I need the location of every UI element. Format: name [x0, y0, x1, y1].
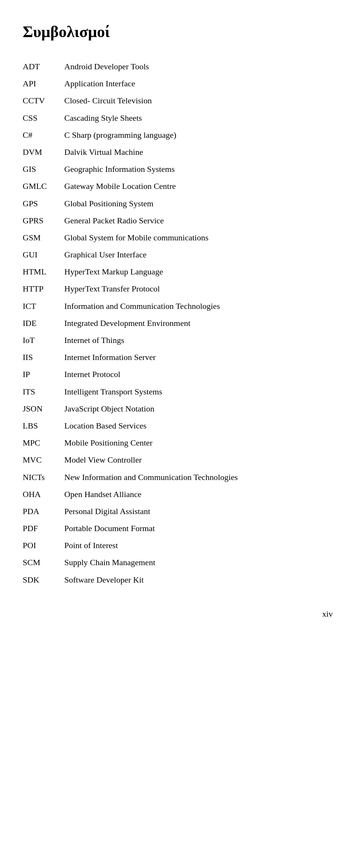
- abbreviation-row: MPCMobile Positioning Center: [23, 436, 333, 449]
- abbreviation-row: LBSLocation Based Services: [23, 419, 333, 432]
- abbreviation-code: IIS: [23, 351, 64, 364]
- abbreviation-definition: General Packet Radio Service: [64, 214, 333, 227]
- abbreviation-code: API: [23, 77, 64, 90]
- abbreviation-row: JSONJavaScript Object Notation: [23, 402, 333, 415]
- abbreviation-code: POI: [23, 539, 64, 552]
- abbreviation-row: POIPoint of Interest: [23, 539, 333, 552]
- abbreviation-row: GPSGlobal Positioning System: [23, 197, 333, 210]
- abbreviation-code: PDA: [23, 505, 64, 518]
- abbreviation-row: IISInternet Information Server: [23, 351, 333, 364]
- abbreviation-code: ITS: [23, 385, 64, 398]
- abbreviation-code: GMLC: [23, 179, 64, 193]
- abbreviation-row: GUIGraphical User Interface: [23, 248, 333, 261]
- abbreviation-row: PDFPortable Document Format: [23, 522, 333, 535]
- abbreviation-code: IDE: [23, 316, 64, 330]
- abbreviation-definition: Personal Digital Assistant: [64, 505, 333, 518]
- abbreviation-definition: Geographic Information Systems: [64, 162, 333, 176]
- abbreviation-code: CSS: [23, 111, 64, 125]
- abbreviation-row: IPInternet Protocol: [23, 368, 333, 381]
- abbreviation-row: MVCModel View Controller: [23, 453, 333, 466]
- abbreviation-code: DVM: [23, 145, 64, 159]
- abbreviation-code: HTML: [23, 265, 64, 278]
- abbreviation-code: CCTV: [23, 94, 64, 107]
- abbreviation-definition: Global Positioning System: [64, 197, 333, 210]
- abbreviation-row: HTTPHyperText Transfer Protocol: [23, 282, 333, 295]
- abbreviation-definition: Gateway Mobile Location Centre: [64, 179, 333, 193]
- abbreviation-row: IoTInternet of Things: [23, 333, 333, 347]
- abbreviation-definition: Cascading Style Sheets: [64, 111, 333, 125]
- abbreviation-code: PDF: [23, 522, 64, 535]
- abbreviation-row: GMLCGateway Mobile Location Centre: [23, 179, 333, 193]
- abbreviation-code: GPRS: [23, 214, 64, 227]
- abbreviation-code: ADT: [23, 60, 64, 73]
- abbreviation-code: MPC: [23, 436, 64, 449]
- abbreviation-code: IoT: [23, 333, 64, 347]
- abbreviation-definition: Integrated Development Environment: [64, 316, 333, 330]
- abbreviation-definition: Supply Chain Management: [64, 556, 333, 569]
- abbreviation-definition: Portable Document Format: [64, 522, 333, 535]
- abbreviation-definition: Open Handset Alliance: [64, 488, 333, 501]
- abbreviation-definition: New Information and Communication Techno…: [64, 471, 333, 484]
- abbreviation-code: GPS: [23, 197, 64, 210]
- abbreviation-definition: Location Based Services: [64, 419, 333, 432]
- abbreviation-code: GUI: [23, 248, 64, 261]
- abbreviation-definition: Graphical User Interface: [64, 248, 333, 261]
- abbreviation-definition: Internet of Things: [64, 333, 333, 347]
- abbreviation-row: C#C Sharp (programming language): [23, 128, 333, 142]
- abbreviation-code: SDK: [23, 573, 64, 586]
- abbreviation-code: GIS: [23, 162, 64, 176]
- abbreviation-definition: Mobile Positioning Center: [64, 436, 333, 449]
- abbreviation-row: OHAOpen Handset Alliance: [23, 488, 333, 501]
- abbreviation-row: SDKSoftware Developer Kit: [23, 573, 333, 586]
- abbreviation-definition: HyperText Transfer Protocol: [64, 282, 333, 295]
- abbreviation-code: HTTP: [23, 282, 64, 295]
- abbreviation-row: DVMDalvik Virtual Machine: [23, 145, 333, 159]
- abbreviation-row: CCTVClosed- Circuit Television: [23, 94, 333, 107]
- abbreviation-code: GSM: [23, 231, 64, 244]
- abbreviation-row: NICTsNew Information and Communication T…: [23, 471, 333, 484]
- abbreviation-definition: Information and Communication Technologi…: [64, 299, 333, 313]
- abbreviation-code: MVC: [23, 453, 64, 466]
- abbreviation-definition: Dalvik Virtual Machine: [64, 145, 333, 159]
- abbreviation-code: C#: [23, 128, 64, 142]
- abbreviation-row: SCMSupply Chain Management: [23, 556, 333, 569]
- abbreviation-definition: Point of Interest: [64, 539, 333, 552]
- abbreviation-code: SCM: [23, 556, 64, 569]
- abbreviation-row: HTMLHyperText Markup Language: [23, 265, 333, 278]
- abbreviation-definition: Model View Controller: [64, 453, 333, 466]
- abbreviation-row: APIApplication Interface: [23, 77, 333, 90]
- abbreviation-list: ADTAndroid Developer ToolsAPIApplication…: [23, 60, 333, 586]
- page-number: xiv: [322, 609, 333, 619]
- abbreviation-definition: JavaScript Object Notation: [64, 402, 333, 415]
- abbreviation-definition: Internet Information Server: [64, 351, 333, 364]
- abbreviation-definition: Internet Protocol: [64, 368, 333, 381]
- abbreviation-row: ITSIntelligent Transport Systems: [23, 385, 333, 398]
- abbreviation-definition: Application Interface: [64, 77, 333, 90]
- abbreviation-row: IDEIntegrated Development Environment: [23, 316, 333, 330]
- abbreviation-definition: Software Developer Kit: [64, 573, 333, 586]
- abbreviation-row: CSSCascading Style Sheets: [23, 111, 333, 125]
- abbreviation-code: NICTs: [23, 471, 64, 484]
- abbreviation-definition: HyperText Markup Language: [64, 265, 333, 278]
- abbreviation-code: ICT: [23, 299, 64, 313]
- abbreviation-definition: Intelligent Transport Systems: [64, 385, 333, 398]
- abbreviation-code: OHA: [23, 488, 64, 501]
- abbreviation-definition: Android Developer Tools: [64, 60, 333, 73]
- abbreviation-definition: Closed- Circuit Television: [64, 94, 333, 107]
- abbreviation-row: ICTInformation and Communication Technol…: [23, 299, 333, 313]
- abbreviation-code: LBS: [23, 419, 64, 432]
- abbreviation-row: GISGeographic Information Systems: [23, 162, 333, 176]
- abbreviation-code: IP: [23, 368, 64, 381]
- page-title: Συμβολισμοί: [23, 23, 333, 41]
- abbreviation-row: GPRSGeneral Packet Radio Service: [23, 214, 333, 227]
- abbreviation-row: GSMGlobal System for Mobile communicatio…: [23, 231, 333, 244]
- abbreviation-row: ADTAndroid Developer Tools: [23, 60, 333, 73]
- abbreviation-code: JSON: [23, 402, 64, 415]
- abbreviation-definition: C Sharp (programming language): [64, 128, 333, 142]
- abbreviation-definition: Global System for Mobile communications: [64, 231, 333, 244]
- abbreviation-row: PDAPersonal Digital Assistant: [23, 505, 333, 518]
- page-footer: xiv: [23, 609, 333, 619]
